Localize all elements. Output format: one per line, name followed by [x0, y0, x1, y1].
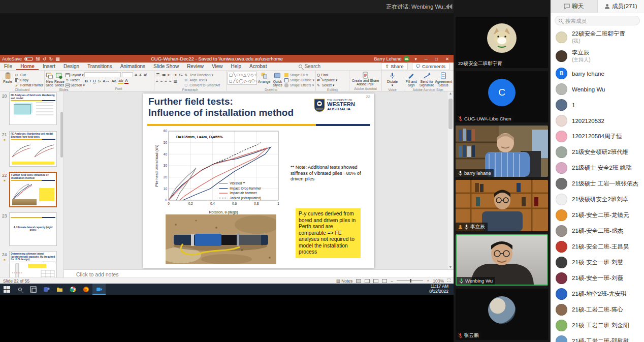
- member-row[interactable]: 22硕安全二班郗宁霄 (我): [551, 28, 644, 47]
- smartart-button[interactable]: ⬡Convert to SmartArt: [184, 83, 220, 87]
- font-color-button[interactable]: A: [124, 78, 128, 84]
- firefox-icon[interactable]: [79, 284, 92, 295]
- columns-button[interactable]: ▥: [173, 79, 178, 83]
- thumbnail-slide-24[interactable]: 24 ✶ Determining ultimate lateral (geote…: [0, 251, 60, 277]
- text-direction-button[interactable]: ⇅Text Direction ▾: [184, 73, 220, 77]
- find-button[interactable]: Find: [317, 73, 337, 77]
- file-explorer-icon[interactable]: [53, 284, 66, 295]
- ribbon-tab[interactable]: File: [0, 63, 16, 70]
- align-left-button[interactable]: ≡: [155, 79, 159, 83]
- notes-toggle-button[interactable]: ▤ Notes: [336, 278, 353, 284]
- replace-button[interactable]: ⇄Replace ▾: [317, 78, 337, 82]
- member-row[interactable]: B barry lehane: [551, 66, 644, 81]
- slide-sorter-view-button[interactable]: [365, 279, 370, 283]
- shape-fill-button[interactable]: Shape Fill ▾: [284, 73, 314, 77]
- increase-indent-button[interactable]: ⇥: [173, 73, 177, 77]
- ribbon-tab[interactable]: Home: [16, 63, 39, 70]
- member-row[interactable]: 李立辰 (主持人): [551, 47, 644, 66]
- italic-button[interactable]: I: [89, 79, 91, 83]
- new-slide-button[interactable]: New Slide: [46, 72, 53, 87]
- start-button[interactable]: [0, 284, 13, 295]
- zoom-level[interactable]: 103%: [433, 278, 444, 284]
- shape-effects-button[interactable]: Shape Effects ▾: [284, 83, 314, 87]
- meeting-app-icon[interactable]: [92, 284, 106, 295]
- highlight-color-button[interactable]: ab: [118, 78, 123, 84]
- minimize-button[interactable]: ─: [422, 56, 430, 61]
- slideshow-view-button[interactable]: [382, 279, 387, 283]
- notes-placeholder[interactable]: Click to add notes: [76, 271, 118, 277]
- zoom-slider[interactable]: [397, 281, 423, 281]
- canvas-scrollbar[interactable]: ▲▼: [447, 91, 454, 269]
- scrollbar-thumb[interactable]: [448, 99, 453, 129]
- ribbon-tab[interactable]: Insert: [39, 63, 59, 70]
- chrome-icon[interactable]: [66, 284, 79, 295]
- taskbar-search-icon[interactable]: [13, 284, 26, 295]
- tab-members[interactable]: 成员(271): [598, 0, 644, 13]
- member-row[interactable]: 21硕-安全二班-王昌昊: [551, 239, 644, 255]
- strikethrough-button[interactable]: S: [98, 79, 101, 83]
- align-center-button[interactable]: ≡: [160, 79, 164, 83]
- justify-button[interactable]: ≡: [169, 79, 172, 83]
- thumbnail-slide-21[interactable]: 21 ✶ FE Analyses: Hardening soil model S…: [0, 131, 60, 170]
- ribbon-display-icon[interactable]: ▾: [412, 56, 419, 61]
- font-size-select[interactable]: [122, 72, 133, 77]
- ribbon-tab[interactable]: Slide Show: [149, 63, 183, 70]
- thumbnail-slide-23[interactable]: 23 4. Ultimate lateral capacity (rigid p…: [0, 212, 60, 249]
- ribbon-search[interactable]: Search: [299, 64, 320, 69]
- close-button[interactable]: ✕: [443, 56, 452, 61]
- user-avatar[interactable]: BL: [404, 56, 409, 61]
- thumbnail-scrollbar[interactable]: [60, 112, 63, 158]
- char-spacing-button[interactable]: A↔: [102, 79, 110, 83]
- line-spacing-button[interactable]: ↕≡: [178, 73, 184, 77]
- align-text-button[interactable]: ⊟Align Text ▾: [184, 78, 220, 82]
- video-tile-xiningxiao[interactable]: 22硕安全二班郗宁霄: [456, 17, 548, 68]
- share-button[interactable]: ⇧Share: [381, 63, 407, 70]
- video-tile-libo-chen[interactable]: C CUG-UWA-Libo Chen: [456, 71, 548, 122]
- maximize-button[interactable]: □: [433, 56, 440, 61]
- fill-and-sign-button[interactable]: Fill and Sign: [404, 72, 418, 87]
- tab-chat[interactable]: 聊天: [551, 0, 598, 13]
- agreement-status-button[interactable]: Agreement Status: [435, 72, 452, 87]
- member-search-box[interactable]: [555, 16, 640, 25]
- normal-view-button[interactable]: [356, 279, 361, 283]
- member-row[interactable]: 21级硕研安全2班刘卓: [551, 192, 644, 207]
- member-row[interactable]: 1202120532: [551, 113, 644, 129]
- layout-button[interactable]: Layout ▾: [66, 73, 85, 77]
- dictate-button[interactable]: Dictate ▾: [384, 72, 401, 87]
- font-name-select[interactable]: [84, 72, 121, 77]
- align-right-button[interactable]: ≡: [164, 79, 168, 83]
- bold-button[interactable]: B: [84, 79, 88, 83]
- video-tile-wenbing-wu[interactable]: Wenbing Wu: [456, 234, 548, 286]
- member-row[interactable]: 21级硕士 工岩一班张依杰: [551, 176, 644, 192]
- member-row[interactable]: Wenbing Wu: [551, 81, 644, 97]
- undo-icon[interactable]: ↺: [43, 56, 47, 61]
- format-painter-button[interactable]: 🖌Format Painter: [15, 83, 43, 87]
- member-row[interactable]: 21硕-工岩二班-邵慰慰: [551, 333, 644, 342]
- send-for-signature-button[interactable]: Send for Signature: [420, 72, 434, 87]
- member-row[interactable]: 21硕-安全一班-刘慧: [551, 255, 644, 270]
- member-row[interactable]: 1: [551, 97, 644, 113]
- copy-button[interactable]: Copy: [15, 78, 43, 82]
- video-tile-zhangyunpeng[interactable]: 张云鹏: [456, 289, 548, 340]
- redo-icon[interactable]: ↻: [49, 56, 53, 61]
- notes-pane[interactable]: Click to add notes: [64, 269, 454, 277]
- numbering-button[interactable]: ≔: [161, 73, 166, 77]
- underline-button[interactable]: U: [92, 79, 96, 83]
- member-row[interactable]: 1202120584周子恒: [551, 129, 644, 144]
- reset-button[interactable]: ⟲Reset: [66, 78, 85, 82]
- zoom-in-button[interactable]: +: [427, 278, 429, 284]
- task-view-button[interactable]: [26, 284, 40, 295]
- video-tile-barry-lehane[interactable]: barry lehane: [456, 126, 548, 177]
- arrange-button[interactable]: Arrange: [258, 72, 270, 83]
- autosave-toggle[interactable]: [24, 57, 33, 61]
- section-button[interactable]: Section ▾: [66, 83, 85, 87]
- save-icon[interactable]: 🖫: [36, 56, 40, 61]
- ribbon-tab[interactable]: View: [208, 63, 227, 70]
- video-tile-lilichen[interactable]: 李立辰: [456, 180, 548, 231]
- member-search-input[interactable]: [564, 17, 630, 24]
- member-row[interactable]: 21级硕士 安全2班 姚瑞: [551, 160, 644, 176]
- reuse-slides-button[interactable]: Reuse Slides: [54, 72, 65, 87]
- grow-font-button[interactable]: A: [134, 73, 138, 77]
- clear-format-button[interactable]: A̸: [143, 73, 147, 77]
- zoom-out-button[interactable]: −: [391, 278, 393, 284]
